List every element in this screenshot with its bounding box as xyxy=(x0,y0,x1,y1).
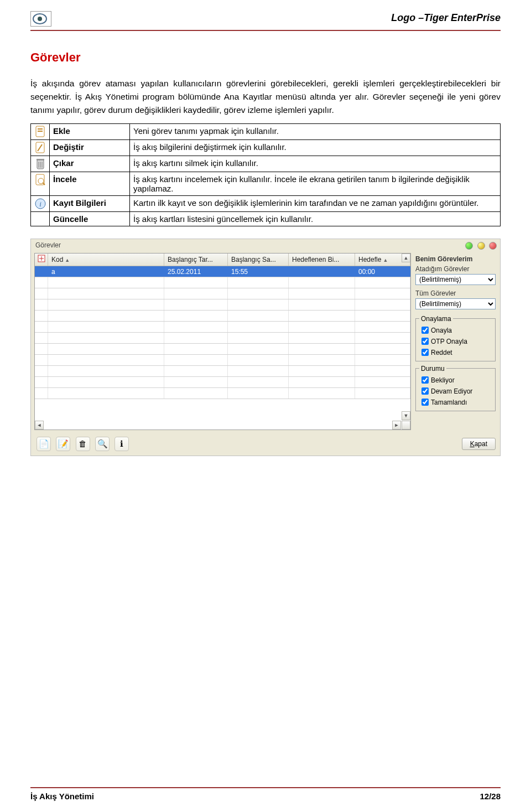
footer-left: İş Akış Yönetimi xyxy=(30,792,94,801)
section-title: Görevler xyxy=(30,50,501,65)
table-row: i Kayıt Bilgileri Kartın ilk kayıt ve so… xyxy=(31,196,501,212)
chk-onayla[interactable] xyxy=(421,327,429,334)
chk-bekliyor[interactable] xyxy=(421,376,429,384)
toolbar-inspect-icon[interactable]: 🔍 xyxy=(95,437,110,451)
intro-paragraph: İş akışında görev ataması yapılan kullan… xyxy=(30,77,501,117)
close-button[interactable]: Kapat xyxy=(462,438,496,450)
chk-tamamlandi-label: Tamamlandı xyxy=(431,399,467,406)
filter-sidebar: Benim Görevlerim Atadığım Görevler (Beli… xyxy=(414,251,500,433)
grid-row-empty[interactable] xyxy=(35,366,410,377)
scroll-down-icon[interactable]: ▼ xyxy=(402,411,410,420)
grid-row-selected[interactable]: a 25.02.2011 15:55 00:00 xyxy=(35,266,410,277)
filter-all-tasks[interactable]: Tüm Görevler xyxy=(415,288,496,298)
approval-legend: Onaylama xyxy=(419,315,453,323)
grid-row-empty[interactable] xyxy=(35,277,410,288)
degistir-icon xyxy=(31,140,50,156)
cell-bastar: 25.02.2011 xyxy=(164,266,228,277)
cell-hedefle: 00:00 xyxy=(355,266,410,277)
toolbar: 📄 📝 🗑 🔍 ℹ xyxy=(37,437,132,451)
filter-my-tasks[interactable]: Benim Görevlerim xyxy=(415,254,496,264)
tasks-window: Görevler Kod▲ Başlangıç Tar... Başlangıç… xyxy=(30,239,501,456)
grid-row-empty[interactable] xyxy=(35,344,410,355)
chk-otp-onayla-label: OTP Onayla xyxy=(431,338,467,345)
grid-header[interactable]: Kod▲ Başlangıç Tar... Başlangıç Sa... He… xyxy=(35,254,410,266)
incele-desc: İş akış kartını incelemek için kullanılı… xyxy=(130,172,501,196)
page-header: Logo –Tiger EnterPrise xyxy=(30,11,501,31)
status-legend: Durumu xyxy=(419,365,446,373)
ekle-icon xyxy=(31,124,50,140)
kayit-icon: i xyxy=(31,196,50,212)
chk-bekliyor-label: Bekliyor xyxy=(431,376,455,384)
guncelle-desc: İş akış kartları listesini güncellemek i… xyxy=(130,212,501,226)
cikar-desc: İş akış kartını silmek için kullanılır. xyxy=(130,156,501,172)
page-footer: İş Akış Yönetimi 12/28 xyxy=(30,787,501,801)
toolbar-add-icon[interactable]: 📄 xyxy=(37,437,51,451)
minimize-icon[interactable] xyxy=(465,242,473,250)
grid-row-empty[interactable] xyxy=(35,288,410,299)
incele-icon xyxy=(31,172,50,196)
logo-icon xyxy=(30,11,51,27)
close-icon[interactable] xyxy=(489,242,497,250)
kayit-desc: Kartın ilk kayıt ve son değişiklik işlem… xyxy=(130,196,501,212)
col-baslangic-tar[interactable]: Başlangıç Tar... xyxy=(164,254,228,266)
kayit-label: Kayıt Bilgileri xyxy=(50,196,130,212)
chk-otp-onayla[interactable] xyxy=(421,338,429,345)
app-title: Logo –Tiger EnterPrise xyxy=(391,12,501,24)
ekle-label: Ekle xyxy=(50,124,130,140)
degistir-desc: İş akış bilgilerini değiştirmek için kul… xyxy=(130,140,501,156)
svg-rect-3 xyxy=(38,128,43,130)
row-marker-header[interactable] xyxy=(35,254,48,266)
sort-asc-icon: ▲ xyxy=(383,257,388,263)
svg-rect-7 xyxy=(37,159,44,161)
toolbar-info-icon[interactable]: ℹ xyxy=(114,437,129,451)
status-group: Durumu Bekliyor Devam Ediyor Tamamlandı xyxy=(415,365,496,411)
table-row: İncele İş akış kartını incelemek için ku… xyxy=(31,172,501,196)
grid-row-empty[interactable] xyxy=(35,311,410,322)
svg-rect-4 xyxy=(38,131,43,132)
table-row: Güncelle İş akış kartları listesini günc… xyxy=(31,212,501,226)
window-controls[interactable] xyxy=(463,241,497,250)
tasks-grid[interactable]: Kod▲ Başlangıç Tar... Başlangıç Sa... He… xyxy=(34,253,411,430)
chk-tamamlandi[interactable] xyxy=(421,399,429,406)
grid-row-empty[interactable] xyxy=(35,355,410,366)
col-baslangic-sa[interactable]: Başlangıç Sa... xyxy=(228,254,289,266)
grid-row-empty[interactable] xyxy=(35,377,410,388)
window-title: Görevler xyxy=(35,241,61,249)
footer-page: 12/28 xyxy=(480,792,501,801)
guncelle-icon xyxy=(31,212,50,226)
sort-asc-icon: ▲ xyxy=(65,257,70,263)
grid-row-empty[interactable] xyxy=(35,299,410,311)
svg-text:i: i xyxy=(39,200,41,208)
close-button-suffix: apat xyxy=(475,440,487,448)
chk-reddet-label: Reddet xyxy=(431,349,452,356)
table-row: Çıkar İş akış kartını silmek için kullan… xyxy=(31,156,501,172)
guncelle-label: Güncelle xyxy=(50,212,130,226)
grid-row-empty[interactable] xyxy=(35,322,410,333)
cikar-icon xyxy=(31,156,50,172)
chk-devam[interactable] xyxy=(421,387,429,395)
scroll-right-icon[interactable]: ► xyxy=(392,421,401,430)
col-hedeflenen-bi[interactable]: Hedeflenen Bi... xyxy=(289,254,355,266)
incele-label: İncele xyxy=(50,172,130,196)
filter-assigned-tasks[interactable]: Atadığım Görevler xyxy=(415,264,496,274)
col-kod[interactable]: Kod▲ xyxy=(48,254,164,266)
scroll-left-icon[interactable]: ◄ xyxy=(35,421,44,430)
table-row: Değiştir İş akış bilgilerini değiştirmek… xyxy=(31,140,501,156)
toolbar-edit-icon[interactable]: 📝 xyxy=(56,437,70,451)
toolbar-delete-icon[interactable]: 🗑 xyxy=(76,437,90,451)
grid-row-empty[interactable] xyxy=(35,333,410,344)
cell-bassa: 15:55 xyxy=(228,266,289,277)
chk-onayla-label: Onayla xyxy=(431,327,452,334)
chk-devam-label: Devam Ediyor xyxy=(431,387,472,395)
chk-reddet[interactable] xyxy=(421,349,429,356)
grid-row-empty[interactable] xyxy=(35,388,410,399)
scroll-up-icon[interactable]: ▲ xyxy=(402,254,410,262)
approval-group: Onaylama Onayla OTP Onayla Reddet xyxy=(415,315,496,361)
assigned-select[interactable]: (Belirtilmemiş) xyxy=(415,274,496,285)
svg-point-1 xyxy=(38,17,42,21)
cell-kod: a xyxy=(48,266,164,277)
maximize-icon[interactable] xyxy=(477,242,485,250)
all-tasks-select[interactable]: (Belirtilmemiş) xyxy=(415,298,496,309)
degistir-label: Değiştir xyxy=(50,140,130,156)
ekle-desc: Yeni görev tanımı yapmak için kullanılır… xyxy=(130,124,501,140)
